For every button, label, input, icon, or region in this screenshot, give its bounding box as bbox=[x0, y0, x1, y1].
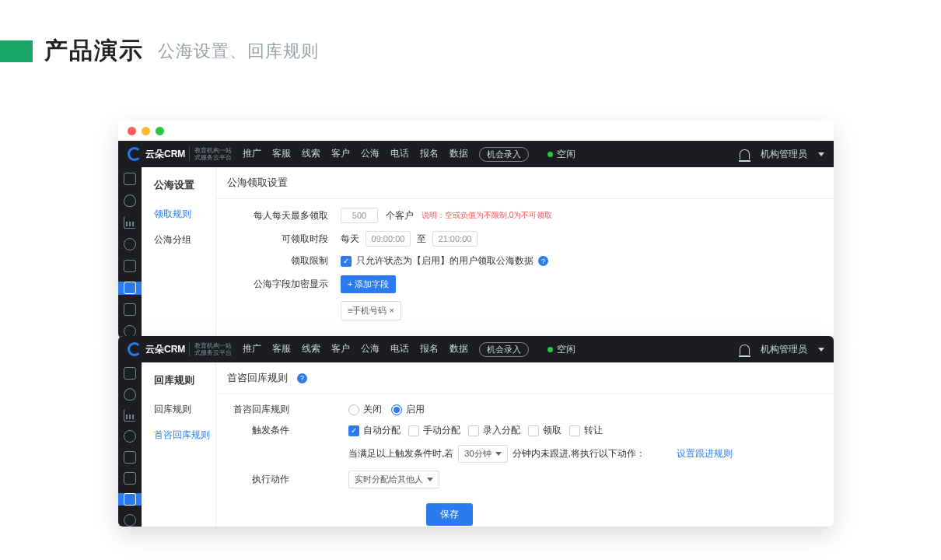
save-button[interactable]: 保存 bbox=[426, 503, 473, 526]
icon-rail bbox=[118, 167, 142, 338]
icon-rail bbox=[118, 362, 142, 527]
nav-item[interactable]: 线索 bbox=[302, 147, 320, 162]
minimize-icon[interactable] bbox=[142, 127, 150, 135]
bell-icon[interactable] bbox=[740, 149, 750, 159]
topbar: 云朵CRM 教育机构一站式服务云平台 推广 客服 线索 客户 公海 电话 报名 … bbox=[118, 336, 834, 362]
side-panel: 回库规则 回库规则 首咨回库规则 bbox=[142, 362, 216, 527]
hint-text: 说明：空或负值为不限制,0为不可领取 bbox=[422, 210, 552, 221]
status-dot-icon bbox=[547, 152, 553, 157]
link-set-followup[interactable]: 设置跟进规则 bbox=[677, 447, 733, 460]
user-menu[interactable]: 机构管理员 bbox=[761, 148, 807, 161]
maximize-icon[interactable] bbox=[156, 127, 164, 135]
nav-item[interactable]: 公海 bbox=[361, 342, 380, 357]
checkbox-claim[interactable] bbox=[528, 425, 539, 436]
nav-item[interactable]: 推广 bbox=[243, 147, 261, 162]
nav-item[interactable]: 电话 bbox=[390, 147, 409, 162]
label-claim-limit: 领取限制 bbox=[216, 254, 341, 268]
side-item-return-rule[interactable]: 回库规则 bbox=[142, 397, 215, 422]
checkbox-enabled-only[interactable]: ✓ bbox=[341, 256, 352, 267]
nav-item[interactable]: 报名 bbox=[420, 147, 439, 162]
chevron-down-icon[interactable] bbox=[818, 348, 824, 352]
side-item-group[interactable]: 公海分组 bbox=[142, 227, 215, 253]
user-icon[interactable] bbox=[124, 514, 136, 527]
nav-item[interactable]: 公海 bbox=[361, 147, 380, 162]
chevron-down-icon[interactable] bbox=[818, 152, 824, 156]
slide-header: 产品演示 公海设置、回库规则 bbox=[0, 0, 941, 67]
mac-traffic-lights bbox=[118, 121, 834, 141]
top-nav: 推广 客服 线索 客户 公海 电话 报名 数据 机会录入 bbox=[243, 342, 529, 357]
nav-item[interactable]: 电话 bbox=[390, 342, 409, 357]
bell-icon[interactable] bbox=[740, 345, 750, 355]
nav-item[interactable]: 数据 bbox=[450, 342, 468, 357]
window-return-rule: 云朵CRM 教育机构一站式服务云平台 推广 客服 线索 客户 公海 电话 报名 … bbox=[118, 336, 834, 527]
rail-icon-active[interactable] bbox=[124, 493, 136, 506]
field-tag-phone[interactable]: ≡手机号码 × bbox=[341, 301, 401, 320]
status-indicator: 空闲 bbox=[547, 148, 575, 161]
side-item-claim-rule[interactable]: 领取规则 bbox=[142, 201, 215, 227]
add-field-button[interactable]: + 添加字段 bbox=[341, 275, 396, 293]
accent-bar bbox=[0, 40, 33, 62]
input-time-from[interactable]: 09:00:00 bbox=[366, 231, 411, 247]
label-trigger: 触发条件 bbox=[216, 424, 302, 437]
brand-logo: 云朵CRM 教育机构一站式服务云平台 bbox=[128, 147, 232, 161]
section-title: 公海领取设置 bbox=[216, 167, 834, 199]
side-panel-title: 回库规则 bbox=[142, 362, 215, 397]
nav-pill-button[interactable]: 机会录入 bbox=[479, 342, 529, 357]
topbar: 云朵CRM 教育机构一站式服务云平台 推广 客服 线索 客户 公海 电话 报名 … bbox=[118, 141, 834, 167]
section-title: 首咨回库规则 bbox=[227, 371, 288, 385]
label-time-range: 可领取时段 bbox=[216, 233, 341, 246]
logo-icon bbox=[128, 342, 142, 356]
label-first-rule: 首咨回库规则 bbox=[216, 403, 302, 416]
logo-icon bbox=[128, 147, 142, 161]
checkbox-input[interactable] bbox=[468, 425, 479, 436]
side-panel-title: 公海设置 bbox=[142, 167, 215, 201]
chart-icon[interactable] bbox=[124, 409, 136, 422]
shield-icon[interactable] bbox=[124, 194, 136, 207]
side-panel: 公海设置 领取规则 公海分组 bbox=[142, 167, 216, 338]
checkbox-transfer[interactable] bbox=[569, 425, 580, 436]
nav-pill-button[interactable]: 机会录入 bbox=[479, 147, 529, 162]
user-icon[interactable] bbox=[124, 430, 136, 443]
nav-item[interactable]: 客户 bbox=[331, 147, 350, 162]
radio-on[interactable] bbox=[391, 404, 402, 415]
user-icon[interactable] bbox=[124, 238, 136, 250]
nav-item[interactable]: 线索 bbox=[302, 342, 320, 357]
select-action[interactable]: 实时分配给其他人 bbox=[348, 471, 439, 488]
help-icon[interactable]: ? bbox=[538, 256, 548, 266]
checkbox-manual[interactable] bbox=[408, 425, 419, 436]
nav-item[interactable]: 客服 bbox=[272, 147, 291, 162]
content-area: 公海领取设置 每人每天最多领取 500 个客户 说明：空或负值为不限制,0为不可… bbox=[216, 167, 834, 338]
input-max-claim[interactable]: 500 bbox=[341, 208, 378, 223]
rail-icon[interactable] bbox=[124, 367, 136, 380]
close-icon[interactable] bbox=[128, 127, 136, 135]
help-icon[interactable]: ? bbox=[297, 373, 307, 383]
input-time-to[interactable]: 21:00:00 bbox=[432, 231, 477, 247]
label-encrypt-fields: 公海字段加密显示 bbox=[216, 278, 341, 291]
checkbox-auto[interactable]: ✓ bbox=[348, 425, 359, 436]
chart-icon[interactable] bbox=[124, 216, 136, 229]
side-item-first-return[interactable]: 首咨回库规则 bbox=[142, 422, 215, 448]
window-public-sea: 云朵CRM 教育机构一站式服务云平台 推广 客服 线索 客户 公海 电话 报名 … bbox=[118, 121, 834, 338]
rail-icon[interactable] bbox=[124, 472, 136, 485]
label-max-claim: 每人每天最多领取 bbox=[216, 209, 341, 222]
shield-icon[interactable] bbox=[124, 388, 136, 401]
status-dot-icon bbox=[547, 347, 553, 352]
nav-item[interactable]: 客户 bbox=[331, 342, 350, 357]
rail-icon-active[interactable] bbox=[124, 282, 136, 294]
rail-icon[interactable] bbox=[124, 260, 136, 272]
slide-title-main: 产品演示 bbox=[44, 35, 144, 67]
nav-item[interactable]: 推广 bbox=[243, 342, 261, 357]
radio-off[interactable] bbox=[348, 404, 359, 415]
select-minutes[interactable]: 30分钟 bbox=[458, 445, 507, 463]
status-indicator: 空闲 bbox=[547, 343, 575, 356]
rail-icon[interactable] bbox=[124, 451, 136, 464]
label-action: 执行动作 bbox=[216, 473, 302, 486]
nav-item[interactable]: 数据 bbox=[450, 147, 468, 162]
brand-logo: 云朵CRM 教育机构一站式服务云平台 bbox=[128, 342, 232, 356]
rail-icon[interactable] bbox=[124, 173, 136, 185]
user-menu[interactable]: 机构管理员 bbox=[761, 343, 807, 356]
nav-item[interactable]: 报名 bbox=[420, 342, 439, 357]
rail-icon[interactable] bbox=[124, 303, 136, 316]
top-nav: 推广 客服 线索 客户 公海 电话 报名 数据 机会录入 bbox=[243, 147, 529, 162]
nav-item[interactable]: 客服 bbox=[272, 342, 291, 357]
